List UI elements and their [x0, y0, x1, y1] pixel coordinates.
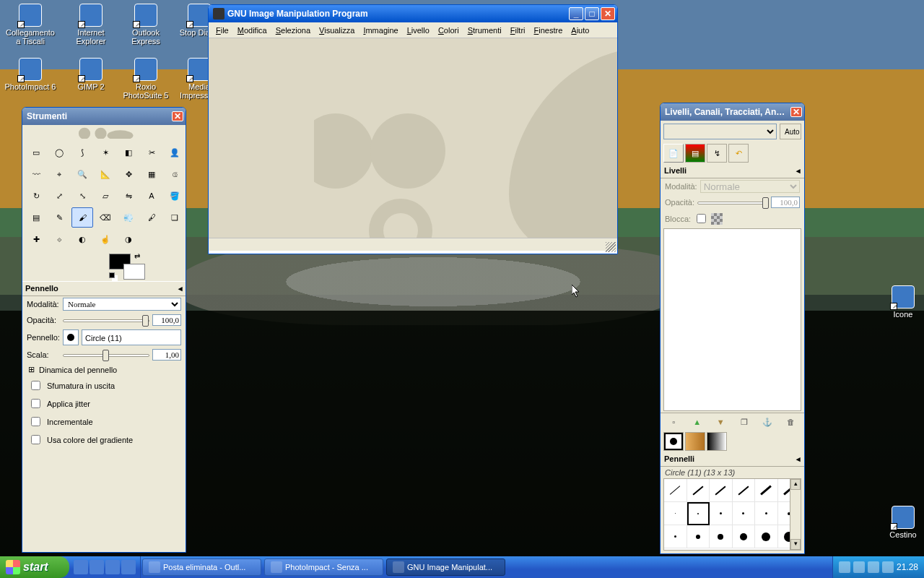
menu-aiuto[interactable]: Aiuto: [567, 25, 593, 36]
layer-list[interactable]: [663, 228, 801, 411]
resize-grip-icon[interactable]: [606, 242, 616, 252]
desktop-icon[interactable]: ↗GIMP 2: [65, 58, 117, 91]
lower-layer-button[interactable]: ▼: [713, 415, 728, 429]
brush-cell[interactable]: [755, 525, 778, 548]
tool-rotate[interactable]: ↻: [25, 186, 47, 206]
desktop-icon[interactable]: ↗Roxio PhotoSuite 5: [120, 58, 172, 100]
opacity-input[interactable]: [152, 314, 181, 326]
tool-scissors[interactable]: ✂: [141, 142, 162, 163]
tab-gradients[interactable]: [707, 432, 727, 451]
scale-input[interactable]: [152, 349, 181, 361]
layer-opacity-slider[interactable]: [697, 196, 768, 209]
menu-modifica[interactable]: Modifica: [233, 25, 271, 36]
taskbar-button[interactable]: PhotoImpact - Senza ...: [264, 558, 383, 576]
brush-cell[interactable]: [664, 479, 687, 502]
new-layer-button[interactable]: ▫: [666, 415, 681, 429]
desktop[interactable]: ↗Collegamento a Tiscali↗Internet Explore…: [0, 0, 924, 578]
tool-pencil[interactable]: ✎: [48, 207, 70, 228]
scale-slider[interactable]: [63, 348, 149, 361]
quick-launch-item[interactable]: [90, 560, 104, 574]
titlebar[interactable]: Livelli, Canali, Tracciati, Annulla... ✕: [661, 103, 804, 121]
menu-seleziona[interactable]: Seleziona: [271, 25, 315, 36]
tool-fuzzy-select[interactable]: ✶: [95, 142, 116, 163]
desktop-icon[interactable]: ↗Internet Explorer: [65, 4, 117, 46]
option-check[interactable]: Usa colore del gradiente: [22, 431, 186, 449]
close-button[interactable]: ✕: [790, 107, 802, 117]
tool-flip[interactable]: ⇋: [118, 186, 139, 206]
quick-launch-item[interactable]: [74, 560, 88, 574]
quick-launch-item[interactable]: [121, 560, 136, 574]
close-button[interactable]: ✕: [601, 7, 615, 20]
tool-heal[interactable]: ✚: [25, 229, 47, 249]
menu-visualizza[interactable]: Visualizza: [315, 25, 359, 36]
dockable-menu-icon[interactable]: ◂: [796, 454, 801, 464]
taskbar-button[interactable]: GNU Image Manipulat...: [386, 558, 505, 576]
tool-options-menu-icon[interactable]: ◂: [178, 284, 183, 293]
menu-livello[interactable]: Livello: [403, 25, 434, 36]
desktop-icon[interactable]: ↗Collegamento a Tiscali: [4, 4, 56, 46]
tool-foreground-select[interactable]: 👤: [164, 142, 186, 163]
brush-cell[interactable]: [687, 502, 710, 525]
desktop-icon[interactable]: ↗Outlook Express: [120, 4, 172, 46]
tool-smudge[interactable]: ☝: [95, 229, 116, 249]
option-check[interactable]: Sfumatura in uscita: [22, 376, 186, 394]
lock-pixels-checkbox[interactable]: [697, 214, 706, 223]
brush-cell[interactable]: [710, 502, 733, 525]
brush-cell[interactable]: [687, 525, 710, 548]
tool-measure[interactable]: 📐: [95, 164, 116, 184]
tool-color-picker[interactable]: ⌖: [48, 164, 70, 184]
desktop-icon[interactable]: ↗Cestino: [877, 506, 924, 539]
anchor-layer-button[interactable]: ⚓: [760, 415, 775, 429]
brush-cell[interactable]: [733, 479, 756, 502]
brush-dynamics-expander[interactable]: ⊞ Dinamica del pennello: [22, 363, 186, 376]
tool-move[interactable]: ✥: [118, 164, 139, 184]
raise-layer-button[interactable]: ▲: [690, 415, 705, 429]
brush-cell[interactable]: [733, 502, 756, 525]
titlebar[interactable]: Strumenti ✕: [22, 108, 186, 125]
tool-zoom[interactable]: 🔍: [71, 164, 93, 184]
opacity-slider[interactable]: [63, 314, 149, 327]
mode-select[interactable]: Normale: [63, 298, 181, 311]
tray-icon[interactable]: [882, 561, 894, 573]
tool-dodge-burn[interactable]: ◑: [118, 229, 139, 249]
brush-cell[interactable]: [755, 502, 778, 525]
layer-mode-select[interactable]: Normale: [700, 180, 800, 193]
tool-align[interactable]: ▦: [141, 164, 162, 184]
desktop-icon[interactable]: ↗PhotoImpact 6: [4, 58, 56, 91]
tool-perspective[interactable]: ▱: [95, 186, 116, 206]
duplicate-layer-button[interactable]: ❐: [737, 415, 751, 429]
brush-cell[interactable]: [733, 525, 756, 548]
tool-blend[interactable]: ▤: [25, 207, 47, 228]
desktop-icon[interactable]: ↗Icone: [877, 285, 924, 319]
tool-scale[interactable]: ⤢: [48, 186, 70, 206]
default-colors-icon[interactable]: [109, 272, 115, 278]
tool-clone[interactable]: ❏: [164, 207, 186, 228]
menu-filtri[interactable]: Filtri: [506, 25, 530, 36]
auto-button[interactable]: Auto: [780, 124, 801, 139]
brush-cell[interactable]: [664, 502, 687, 525]
dockable-menu-icon[interactable]: ◂: [796, 166, 801, 176]
option-check[interactable]: Incrementale: [22, 413, 186, 431]
taskbar-button[interactable]: Posta eliminata - Outl...: [142, 558, 261, 576]
brush-cell[interactable]: [710, 479, 733, 502]
lock-alpha-icon[interactable]: [711, 213, 723, 225]
option-check[interactable]: Applica jitter: [22, 394, 186, 413]
tool-blur-sharpen[interactable]: ◐: [71, 229, 93, 249]
brush-grid[interactable]: ▴▾: [663, 478, 801, 551]
tray-icon[interactable]: [839, 561, 850, 573]
brush-cell[interactable]: [664, 525, 687, 548]
tab-layers[interactable]: 📄: [663, 144, 684, 163]
tool-perspective-clone[interactable]: ⟐: [48, 229, 70, 249]
tab-patterns[interactable]: [685, 432, 705, 451]
swap-colors-icon[interactable]: ⇄: [134, 252, 140, 260]
tool-airbrush[interactable]: 💨: [118, 207, 139, 228]
tool-paintbrush[interactable]: 🖌: [71, 207, 93, 228]
brush-cell[interactable]: [710, 525, 733, 548]
background-color[interactable]: [123, 264, 145, 280]
brush-cell[interactable]: [755, 479, 778, 502]
tool-crop[interactable]: ⟃: [164, 164, 186, 184]
tool-paths[interactable]: 〰: [25, 164, 47, 184]
brush-scrollbar[interactable]: ▴▾: [790, 479, 801, 550]
tool-free-select[interactable]: ⟆: [71, 142, 93, 163]
brush-name[interactable]: Circle (11): [82, 329, 181, 345]
